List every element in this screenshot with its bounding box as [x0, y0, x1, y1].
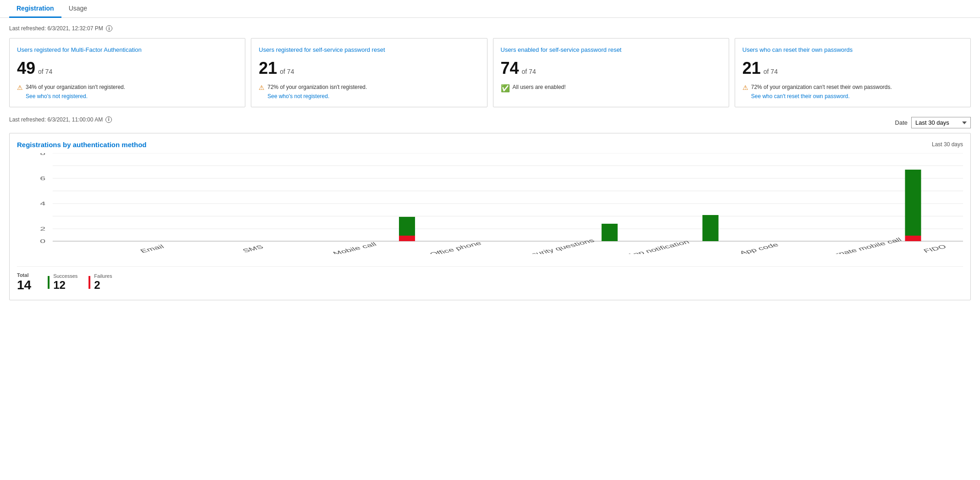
svg-text:App code: App code [738, 242, 780, 254]
card-can-reset-of: of 74 [764, 68, 778, 75]
legend-failure-item: Failures 2 [89, 273, 112, 292]
card-mfa-of: of 74 [38, 68, 52, 75]
card-mfa-link[interactable]: See who's not registered. [26, 93, 125, 99]
card-sspr-reg-warning-text: 72% of your organization isn't registere… [267, 84, 367, 90]
check-icon: ✅ [501, 84, 510, 93]
tab-registration[interactable]: Registration [9, 0, 61, 18]
card-sspr-reg-number: 21 [259, 59, 277, 78]
legend-failure-bar [89, 276, 90, 289]
card-sspr-enabled-count: 74 of 74 [501, 59, 721, 78]
bar-office-failure [399, 236, 415, 241]
card-sspr-enabled-warning-text: All users are enabled! [513, 84, 566, 90]
card-mfa-warning: ⚠ 34% of your organization isn't registe… [17, 83, 238, 99]
card-sspr-enabled: Users enabled for self-service password … [493, 38, 729, 107]
svg-text:Alternate mobile call: Alternate mobile call [819, 237, 903, 254]
legend-success-detail: Successes 12 [53, 273, 78, 292]
chart-refresh-info: Last refreshed: 6/3/2021, 11:00:00 AM i [9, 116, 112, 123]
card-mfa-count: 49 of 74 [17, 59, 238, 78]
svg-text:4: 4 [40, 201, 45, 206]
legend-success-label: Successes [53, 273, 78, 279]
svg-text:FIDO: FIDO [922, 244, 947, 254]
card-can-reset-link[interactable]: See who can't reset their own password. [751, 93, 892, 99]
card-can-reset-number: 21 [742, 59, 761, 78]
legend-failure-value: 2 [94, 279, 112, 292]
card-mfa-title: Users registered for Multi-Factor Authen… [17, 46, 238, 54]
tabs-container: Registration Usage [0, 0, 980, 18]
info-icon[interactable]: i [106, 25, 112, 32]
svg-text:2: 2 [40, 226, 45, 232]
tab-usage[interactable]: Usage [61, 0, 94, 18]
second-refresh-row: Last refreshed: 6/3/2021, 11:00:00 AM i … [9, 116, 971, 129]
card-sspr-enabled-of: of 74 [522, 68, 536, 75]
chart-svg: 8 6 4 2 0 [17, 153, 963, 254]
legend-failure-detail: Failures 2 [94, 273, 112, 292]
chart-date-display: Last 30 days [932, 141, 963, 148]
legend-success-item: Successes 12 [48, 273, 78, 292]
card-sspr-enabled-warning: ✅ All users are enabled! [501, 83, 721, 93]
card-sspr-reg-warning: ⚠ 72% of your organization isn't registe… [259, 83, 479, 99]
chart-title: Registrations by authentication method [17, 141, 147, 149]
svg-text:Security questions: Security questions [519, 237, 596, 254]
card-can-reset-warning-text: 72% of your organization can't reset the… [751, 84, 892, 90]
date-filter-select[interactable]: Last 30 days Last 7 days Last 24 hours [911, 117, 971, 128]
card-sspr-reg-of: of 74 [280, 68, 294, 75]
bar-office-success [399, 217, 415, 236]
svg-text:Mobile call: Mobile call [332, 241, 378, 254]
card-can-reset: Users who can reset their own passwords … [735, 38, 971, 107]
card-mfa-number: 49 [17, 59, 35, 78]
card-sspr-reg: Users registered for self-service passwo… [251, 38, 487, 107]
card-sspr-reg-count: 21 of 74 [259, 59, 479, 78]
bar-appcode-success [703, 215, 719, 241]
legend-failure-label: Failures [94, 273, 112, 279]
chart-legend: Total 14 Successes 12 Failures 2 [17, 266, 963, 292]
warning-icon-2: ⚠ [259, 84, 265, 91]
legend-success-bar [48, 276, 50, 289]
legend-success-value: 12 [53, 279, 78, 292]
legend-total-label: Total [17, 272, 31, 278]
card-sspr-enabled-number: 74 [501, 59, 519, 78]
chart-refresh-text: Last refreshed: 6/3/2021, 11:00:00 AM [9, 116, 103, 123]
top-refresh-text: Last refreshed: 6/3/2021, 12:32:07 PM [9, 25, 103, 32]
bar-fido-failure [905, 236, 921, 241]
cards-grid: Users registered for Multi-Factor Authen… [9, 38, 971, 107]
warning-icon-3: ⚠ [742, 84, 748, 91]
bar-appnotif-success [602, 224, 618, 241]
bar-fido-success [905, 170, 921, 236]
legend-total: Total 14 [17, 272, 31, 292]
card-sspr-reg-title: Users registered for self-service passwo… [259, 46, 479, 54]
card-sspr-reg-link[interactable]: See who's not registered. [267, 93, 367, 99]
card-mfa: Users registered for Multi-Factor Authen… [9, 38, 245, 107]
card-mfa-warning-text: 34% of your organization isn't registere… [26, 84, 125, 90]
top-refresh-info: Last refreshed: 6/3/2021, 12:32:07 PM i [9, 25, 971, 32]
svg-text:8: 8 [40, 153, 45, 156]
card-can-reset-warning: ⚠ 72% of your organization can't reset t… [742, 83, 963, 99]
card-can-reset-title: Users who can reset their own passwords [742, 46, 963, 54]
warning-icon: ⚠ [17, 84, 23, 91]
date-filter-label: Date [895, 119, 908, 126]
legend-total-value: 14 [17, 278, 31, 292]
chart-header: Registrations by authentication method L… [17, 141, 963, 149]
svg-text:SMS: SMS [241, 244, 265, 254]
card-can-reset-count: 21 of 74 [742, 59, 963, 78]
svg-text:6: 6 [40, 176, 45, 181]
svg-text:0: 0 [40, 238, 45, 244]
chart-info-icon[interactable]: i [105, 116, 112, 123]
svg-text:Email: Email [139, 243, 166, 254]
chart-section: Registrations by authentication method L… [9, 133, 971, 300]
card-sspr-enabled-title: Users enabled for self-service password … [501, 46, 721, 54]
svg-text:Office phone: Office phone [428, 240, 483, 254]
